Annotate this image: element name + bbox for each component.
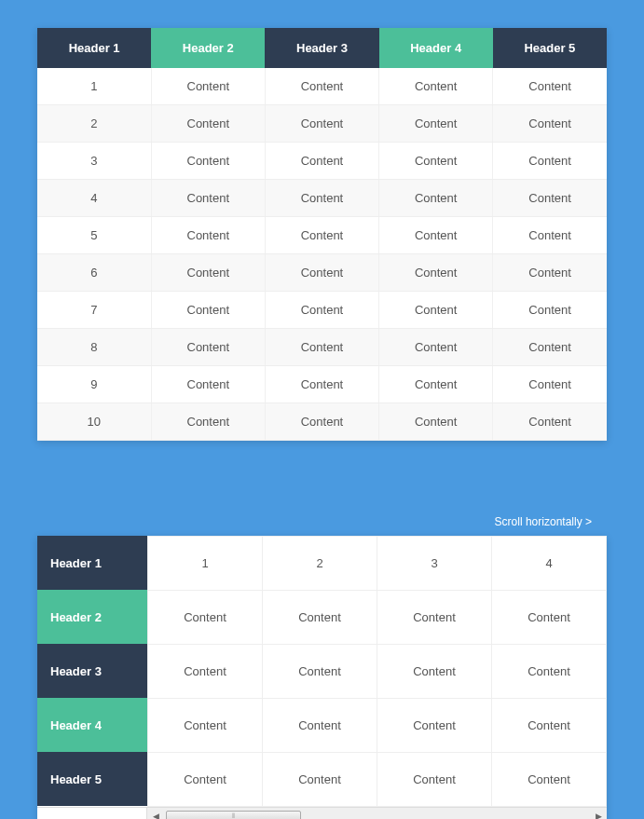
table-cell: Content <box>379 329 493 366</box>
table-cell: Content <box>265 403 378 441</box>
table-cell: Content <box>265 180 378 217</box>
table-cell: Content <box>379 292 493 329</box>
table-cell: Content <box>265 292 378 329</box>
table2-row-headers: Header 1Header 2Header 3Header 4Header 5 <box>37 536 147 807</box>
table-cell: Content <box>265 105 378 143</box>
table-cell: Content <box>493 68 607 105</box>
table-cell: 4 <box>37 180 151 217</box>
table-cell: Content <box>493 329 607 366</box>
table-cell: Content <box>493 180 607 217</box>
table-cell: Content <box>151 217 265 254</box>
table-cell: Content <box>151 143 265 180</box>
table-cell: Content <box>151 366 265 403</box>
table2-row-header-2: Header 2 <box>37 590 147 644</box>
table-cell: Content <box>148 645 263 699</box>
scrollbar-thumb[interactable]: ⫴ <box>166 811 301 820</box>
table-row: 3ContentContentContentContent <box>37 143 607 180</box>
table-card-1: Header 1Header 2Header 3Header 4Header 5… <box>37 28 607 441</box>
table-cell: Content <box>493 403 607 441</box>
table-cell: Content <box>265 254 378 292</box>
table-row: 6ContentContentContentContent <box>37 254 607 292</box>
table2-row-header-1: Header 1 <box>37 536 147 590</box>
table-cell: 8 <box>37 329 151 366</box>
table-row: 8ContentContentContentContent <box>37 329 607 366</box>
table1-header-2: Header 2 <box>151 28 265 68</box>
table-cell: Content <box>265 217 378 254</box>
table-cell: Content <box>379 217 493 254</box>
table-cell: Content <box>263 645 377 699</box>
table-cell: Content <box>492 645 607 699</box>
table-cell: Content <box>493 254 607 292</box>
table-row: 4ContentContentContentContent <box>37 180 607 217</box>
table-cell: 5 <box>37 217 151 254</box>
table-row: 2ContentContentContentContent <box>37 105 607 143</box>
table-cell: Content <box>493 143 607 180</box>
table-cell: Content <box>492 591 607 645</box>
table-cell: 1 <box>37 68 151 105</box>
table2-scroll-region[interactable]: 1234ContentContentContentContentContentC… <box>147 536 607 807</box>
table-cell: Content <box>379 105 493 143</box>
data-table-1: Header 1Header 2Header 3Header 4Header 5… <box>37 28 607 441</box>
table-cell: Content <box>493 292 607 329</box>
table1-header-3: Header 3 <box>265 28 378 68</box>
table2-row-header-5: Header 5 <box>37 752 147 806</box>
table-cell: 3 <box>37 143 151 180</box>
table-cell: Content <box>265 366 378 403</box>
table-row: ContentContentContentContent <box>148 591 607 645</box>
table-cell: 2 <box>263 537 377 591</box>
scroll-hint-label: Scroll horizontally > <box>37 515 607 528</box>
table-cell: Content <box>377 645 492 699</box>
table-cell: Content <box>263 753 377 807</box>
table2-row-header-4: Header 4 <box>37 698 147 752</box>
table-cell: Content <box>151 329 265 366</box>
table-cell: Content <box>493 105 607 143</box>
table-row: 7ContentContentContentContent <box>37 292 607 329</box>
table-cell: Content <box>377 753 492 807</box>
table-cell: Content <box>148 699 263 753</box>
table-cell: Content <box>377 591 492 645</box>
table-cell: Content <box>379 366 493 403</box>
table-cell: 4 <box>492 537 607 591</box>
table-row: 5ContentContentContentContent <box>37 217 607 254</box>
table-cell: 3 <box>377 537 492 591</box>
table-cell: Content <box>492 699 607 753</box>
table-cell: Content <box>379 180 493 217</box>
table-cell: 10 <box>37 403 151 441</box>
table-cell: Content <box>265 329 378 366</box>
table-cell: Content <box>263 591 377 645</box>
table-cell: Content <box>151 292 265 329</box>
table-cell: Content <box>377 699 492 753</box>
table1-header-1: Header 1 <box>37 28 151 68</box>
table-cell: Content <box>379 403 493 441</box>
table-cell: Content <box>151 105 265 143</box>
table-cell: Content <box>379 68 493 105</box>
scrollbar-spacer <box>37 808 147 819</box>
data-table-2: 1234ContentContentContentContentContentC… <box>147 536 607 807</box>
scroll-right-arrow-icon[interactable]: ▶ <box>590 808 607 819</box>
table-cell: Content <box>263 699 377 753</box>
table-row: 1ContentContentContentContent <box>37 68 607 105</box>
table-cell: Content <box>151 403 265 441</box>
table-cell: Content <box>493 217 607 254</box>
scroll-left-arrow-icon[interactable]: ◀ <box>147 808 164 819</box>
table-row: 9ContentContentContentContent <box>37 366 607 403</box>
table-cell: Content <box>148 753 263 807</box>
table-cell: 6 <box>37 254 151 292</box>
table-cell: Content <box>492 753 607 807</box>
table-cell: Content <box>148 591 263 645</box>
table-cell: Content <box>265 143 378 180</box>
table-cell: Content <box>151 68 265 105</box>
table-cell: 9 <box>37 366 151 403</box>
table1-header-5: Header 5 <box>493 28 607 68</box>
table-cell: 2 <box>37 105 151 143</box>
table-cell: 1 <box>148 537 263 591</box>
scrollbar-track[interactable]: ◀ ⫴ ▶ <box>147 808 607 819</box>
table-row: ContentContentContentContent <box>148 645 607 699</box>
table-cell: Content <box>379 254 493 292</box>
table-card-2: Header 1Header 2Header 3Header 4Header 5… <box>37 536 607 819</box>
table2-row-header-3: Header 3 <box>37 644 147 698</box>
table-cell: Content <box>493 366 607 403</box>
table-row: ContentContentContentContent <box>148 753 607 807</box>
table-row: 10ContentContentContentContent <box>37 403 607 441</box>
table-row: 1234 <box>148 537 607 591</box>
